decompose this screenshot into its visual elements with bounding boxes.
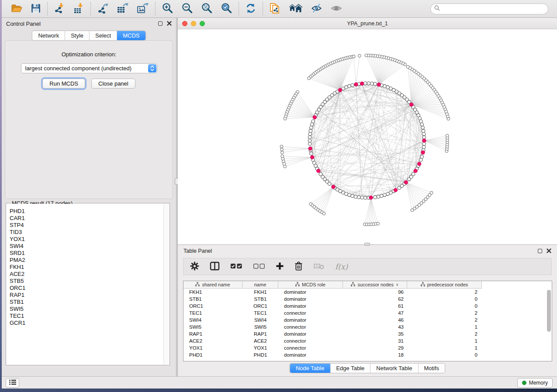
import-table-button[interactable]	[73, 3, 84, 15]
function-builder-button[interactable]: f(x)	[335, 262, 348, 271]
tab-mcds[interactable]: MCDS	[117, 31, 145, 40]
close-panel-icon[interactable]	[167, 20, 172, 28]
list-icon	[9, 379, 17, 386]
mcds-list-scrollbar[interactable]	[163, 204, 169, 364]
network-view-window: YPA_prune.txt_1	[178, 18, 557, 244]
export-group	[90, 2, 155, 15]
tab-node-table[interactable]: Node Table	[290, 364, 330, 373]
tab-edge-table[interactable]: Edge Table	[330, 364, 370, 373]
tab-network[interactable]: Network	[32, 31, 65, 40]
mcds-node-item[interactable]: STB5	[7, 278, 163, 285]
mcds-node-item[interactable]: PMA2	[7, 257, 163, 264]
add-column-button[interactable]	[276, 262, 284, 272]
refresh-button[interactable]	[245, 3, 256, 15]
table-row[interactable]: STB1STB1dominator620	[183, 296, 552, 303]
close-panel-button[interactable]: Close panel	[91, 79, 135, 89]
mcds-node-item[interactable]: CAR1	[7, 215, 163, 222]
export-network-button[interactable]	[97, 3, 109, 15]
import-group	[47, 2, 90, 15]
network-svg	[178, 29, 557, 244]
export-table-button[interactable]	[117, 3, 129, 15]
network-canvas[interactable]	[178, 29, 557, 244]
column-header-successor-nodes[interactable]: successor nodes ∨	[343, 281, 407, 288]
table-row[interactable]: SWI4SWI4dominator462	[183, 316, 552, 323]
task-history-button[interactable]	[6, 378, 19, 388]
birds-eye-icon	[330, 3, 343, 15]
table-row[interactable]: YOX1YOX1connector291	[183, 344, 552, 351]
table-row[interactable]: SWI5SWI5connector431	[183, 323, 552, 330]
tab-motifs[interactable]: Motifs	[418, 364, 445, 373]
mcds-node-item[interactable]: PHD1	[7, 208, 163, 215]
tab-select[interactable]: Select	[89, 31, 117, 40]
save-session-button[interactable]	[31, 3, 41, 15]
home-button[interactable]	[289, 3, 303, 14]
mcds-node-item[interactable]: GCR1	[7, 320, 163, 327]
tab-network-table[interactable]: Network Table	[370, 364, 418, 373]
delete-table-icon	[313, 262, 325, 271]
select-all-rows-button[interactable]	[230, 263, 242, 271]
mcds-node-item[interactable]: SWI4	[7, 243, 163, 250]
open-session-button[interactable]	[10, 3, 23, 14]
zoom-selected-button[interactable]	[221, 2, 232, 15]
unchecked-boxes-icon	[253, 263, 265, 271]
float-table-panel-icon[interactable]	[538, 249, 542, 253]
trash-icon	[294, 261, 303, 272]
optimization-criterion-label: Optimization criterion:	[5, 51, 173, 58]
memory-label: Memory	[529, 380, 548, 386]
hide-graphics-details-button[interactable]	[311, 2, 322, 15]
mcds-node-item[interactable]: TID3	[7, 229, 163, 236]
tab-style[interactable]: Style	[65, 31, 89, 40]
birds-eye-view-button[interactable]	[330, 3, 343, 15]
mcds-node-item[interactable]: STP4	[7, 222, 163, 229]
zoom-group	[155, 2, 239, 15]
column-header-mcds-role[interactable]: MCDS role	[278, 281, 343, 288]
zoom-in-icon	[162, 2, 173, 15]
table-scrollbar[interactable]	[547, 282, 551, 360]
delete-table-button[interactable]	[313, 262, 325, 271]
mcds-node-item[interactable]: SRD1	[7, 250, 163, 257]
mcds-node-item[interactable]: RAP1	[7, 292, 163, 299]
table-row[interactable]: ORC1ORC1dominator610	[183, 303, 552, 309]
search-input[interactable]	[442, 6, 544, 12]
close-table-panel-icon[interactable]	[547, 247, 551, 255]
zoom-out-icon	[181, 2, 193, 15]
main-toolbar	[2, 0, 557, 18]
criterion-dropdown[interactable]: largest connected component (undirected)	[21, 63, 157, 73]
control-panel: Control Panel NetworkStyleSelectMCDS Opt…	[2, 18, 176, 376]
table-row[interactable]: FKH1FKH1dominator962	[183, 289, 552, 296]
application-window: Control Panel NetworkStyleSelectMCDS Opt…	[2, 0, 557, 389]
status-bar: Memory	[2, 376, 557, 389]
memory-button[interactable]: Memory	[517, 378, 553, 388]
mcds-node-item[interactable]: ACE2	[7, 271, 163, 278]
mcds-node-item[interactable]: STB1	[7, 299, 163, 306]
column-header-name[interactable]: name	[242, 281, 278, 288]
mcds-node-item[interactable]: TEC1	[7, 313, 163, 320]
deselect-all-rows-button[interactable]	[253, 263, 265, 271]
import-network-button[interactable]	[54, 3, 65, 15]
checked-boxes-icon	[230, 263, 242, 271]
table-row[interactable]: ACE2ACE2connector311	[183, 337, 552, 344]
zoom-out-button[interactable]	[181, 2, 193, 15]
float-panel-icon[interactable]	[158, 21, 163, 26]
table-scrollbar-thumb[interactable]	[547, 290, 551, 332]
table-row[interactable]: RAP1RAP1dominator352	[183, 330, 552, 337]
table-settings-button[interactable]	[190, 261, 199, 272]
columns-icon	[210, 261, 220, 272]
run-mcds-button[interactable]: Run MCDS	[42, 79, 85, 89]
delete-column-button[interactable]	[294, 261, 303, 272]
zoom-in-button[interactable]	[162, 2, 173, 15]
open-network-file-button[interactable]	[269, 2, 281, 16]
column-header-predecessor-nodes[interactable]: predecessor nodes	[407, 281, 482, 288]
show-columns-button[interactable]	[210, 261, 220, 272]
table-row[interactable]: PHD1PHD1dominator180	[183, 351, 552, 358]
zoom-fit-button[interactable]	[201, 2, 213, 15]
export-table-icon	[117, 3, 129, 15]
column-header-shared-name[interactable]: shared name	[183, 281, 242, 288]
export-image-button[interactable]	[137, 3, 149, 15]
mcds-node-item[interactable]: FKH1	[7, 264, 163, 271]
table-row[interactable]: TEC1TEC1connector472	[183, 309, 552, 316]
mcds-node-item[interactable]: YOX1	[7, 236, 163, 243]
mcds-node-item[interactable]: ORC1	[7, 285, 163, 292]
mcds-node-item[interactable]: SWI5	[7, 306, 163, 313]
table-divider-handle[interactable]	[364, 243, 370, 246]
